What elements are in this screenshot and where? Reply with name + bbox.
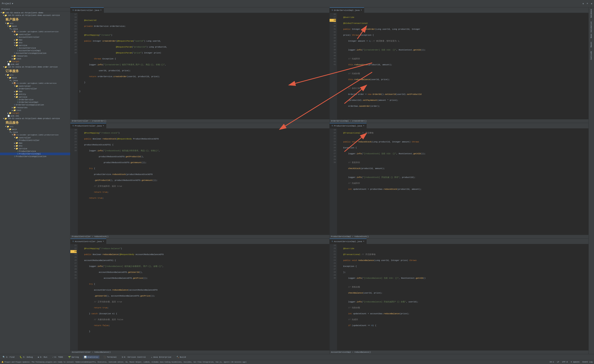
code-content-account-controller[interactable]: 21222324 252627 2829303132 @PostMapping(…	[70, 244, 329, 350]
breadcrumb-account-service-impl: AccountServiceImpl › reduceBalance()	[330, 350, 589, 354]
tree-item-main-account[interactable]: ▼ 📁 main	[0, 25, 70, 27]
tab-icon-g3: G	[73, 125, 74, 127]
tab-icon-g4: G	[332, 125, 333, 127]
breadcrumb-text-psi: ProductServiceImpl › reduceStock()	[331, 236, 369, 238]
tab-close-account-service-impl[interactable]: ×	[363, 240, 364, 242]
tree-item-service-product[interactable]: ▼ 📁 service	[0, 147, 70, 150]
tree-item-product-service[interactable]: ▼ 📁 lab-52-seata-at-httpclient-demo-prod…	[0, 117, 70, 120]
bean-validation-icon[interactable]: Bean Validation	[590, 21, 592, 38]
spring-tab[interactable]: 🌱 Spring	[67, 356, 80, 359]
code-body-order-service-impl[interactable]: @Override @GlobalTransactional public In…	[337, 13, 589, 119]
tree-item-pom-order[interactable]: 📄 pom.xml	[0, 115, 70, 117]
tree-item-pom-account[interactable]: 📄 pom.xml	[0, 63, 70, 66]
tree-item-accountcontroller[interactable]: C AccountController	[0, 36, 70, 39]
tree-item-dto-product[interactable]: ▶ 📁 dto	[0, 144, 70, 147]
settings-icon[interactable]: ⚙	[582, 2, 584, 5]
code-body-account-controller[interactable]: @PostMapping("/reduce-balance") public B…	[78, 244, 329, 350]
tree-item-test-account[interactable]: ▶ 📁 test	[0, 57, 70, 60]
spring-label: Spring	[71, 356, 79, 358]
line-numbers-product-service-impl: 1920212223 24252627 282930	[330, 129, 337, 235]
tree-item-demo[interactable]: ▼ 📁 lab-52-seata-at-httpclient-demo	[0, 11, 70, 14]
database-icon[interactable]: Database	[590, 9, 592, 18]
tree-item-package-order[interactable]: ▼ 📦 cn.iocoder.springboot.lab52.orderser…	[0, 82, 70, 85]
tree-item-dao-product[interactable]: ▶ 📁 dao	[0, 142, 70, 144]
tree-item-target-order[interactable]: ▶ 📁 target	[0, 112, 70, 115]
menu-icon[interactable]: ≡	[587, 2, 588, 5]
tree-item-main-order[interactable]: ▼ 📁 main	[0, 76, 70, 79]
dropdown-arrow[interactable]: ▼	[12, 3, 13, 5]
tree-item-package-product[interactable]: ▼ 📦 cn.iocoder.springboot.lab52.products…	[0, 134, 70, 136]
tree-item-entity-order[interactable]: ▶ 📁 entity	[0, 93, 70, 96]
tree-item-package-account[interactable]: ▼ 📦 cn.iocoder.springboot.lab52.accounts…	[0, 30, 70, 33]
tree-item-productservice[interactable]: I ProductService	[0, 150, 70, 153]
tree-item-controller-account[interactable]: ▶ 📁 controller	[0, 33, 70, 36]
tree-item-src-account[interactable]: ▼ 📁 src	[0, 22, 70, 25]
tab-order-controller[interactable]: G OrderController.java ×	[70, 7, 104, 13]
tab-account-controller[interactable]: G AccountController.java ×	[70, 239, 106, 244]
tree-item-java-account[interactable]: ▼ ☕ java	[0, 27, 70, 30]
code-content-product-controller[interactable]: 19202122 232425 26 @PostMapping("/reduce…	[70, 129, 329, 235]
tree-item-dao-order[interactable]: ▶ 📁 dao	[0, 90, 70, 93]
tree-item-productapp[interactable]: C ProductServiceApplication	[0, 155, 70, 158]
tree-item-resources-account[interactable]: ▶ 📁 resources	[0, 55, 70, 57]
tree-item-accountserviceimpl[interactable]: C AccountServiceImpl	[0, 49, 70, 52]
statistic-tab[interactable]: 📊 Statistic	[83, 356, 99, 359]
tree-item-order-service[interactable]: ▼ 📁 lab-52-seata-at-httpclient-demo-orde…	[0, 66, 70, 68]
tab-close-order-controller[interactable]: ×	[100, 9, 101, 11]
tree-item-java-product[interactable]: ▼ ☕ java	[0, 131, 70, 134]
tab-icon-g2: G	[332, 9, 333, 11]
tree-item-main-product[interactable]: ▼ 📁 main	[0, 128, 70, 131]
code-content-account-service-impl[interactable]: 1920212223 242526 27282930 @Override @Tr…	[330, 244, 589, 350]
tree-item-dao-account[interactable]: ▶ 📁 dao	[0, 39, 70, 41]
code-content-order-controller[interactable]: 1718192021 22232425 2627282930 @Autowire…	[70, 13, 329, 119]
tree-item-controller-order[interactable]: ▼ 📁 controller	[0, 85, 70, 87]
tree-item-src-product[interactable]: ▼ 📁 src	[0, 125, 70, 128]
build-tab[interactable]: 🔨 Build	[175, 356, 187, 359]
tab-close-product-service-impl[interactable]: ×	[363, 125, 364, 127]
maven-icon[interactable]: Maven	[590, 42, 592, 47]
tree-item-orderserviceimpl[interactable]: C OrderServiceImpl	[0, 101, 70, 104]
terminal-tab[interactable]: ⬛ Terminal	[102, 356, 118, 359]
leetcode-icon[interactable]: leetcode	[590, 51, 592, 60]
editor-pane-account-controller: G AccountController.java × 21222324 2526…	[70, 239, 329, 354]
tab-product-controller[interactable]: G ProductController.java ×	[70, 123, 106, 128]
tab-close-product-controller[interactable]: ×	[103, 125, 104, 127]
debug-label: 5: Debug	[23, 356, 33, 358]
run-tab[interactable]: ▶ 6: Run	[37, 356, 48, 359]
tab-product-service-impl[interactable]: G ProductServiceImpl.java ×	[330, 123, 367, 128]
java-enterprise-tab[interactable]: ☕ Java Enterprise	[150, 356, 172, 359]
debug-tab[interactable]: 🐛 5: Debug	[19, 356, 34, 359]
code-body-account-service-impl[interactable]: @Override @Transactional // 开启新事物 public…	[337, 244, 589, 350]
tree-item-account-service[interactable]: ▼ 📁 lab-52-seata-at-httpclient-demo-acco…	[0, 14, 70, 17]
tree-item-service-order[interactable]: ▼ 📁 service	[0, 96, 70, 98]
code-body-order-controller[interactable]: @Autowired private OrderService orderSer…	[78, 13, 329, 119]
tree-item-accountservice[interactable]: I AccountService	[0, 47, 70, 49]
tree-item-productserviceimpl[interactable]: C ProductServiceImpl	[0, 153, 70, 155]
code-body-product-controller[interactable]: @PostMapping("/reduce-stock") public Boo…	[78, 129, 329, 235]
tree-item-accountapp[interactable]: C AccountServiceApplication	[0, 52, 70, 55]
tab-close-account-controller[interactable]: ×	[103, 240, 104, 242]
code-content-product-service-impl[interactable]: 1920212223 24252627 282930 @Transactiona…	[330, 129, 589, 235]
tab-close-order-service-impl[interactable]: ×	[361, 9, 362, 11]
todo-tab[interactable]: ✓ 6: TODO	[51, 356, 64, 359]
tree-item-service-account[interactable]: ▼ 📁 service	[0, 44, 70, 47]
tree-item-dto-account[interactable]: ▶ 📁 dto	[0, 41, 70, 44]
tree-item-productcontroller[interactable]: C ProductController	[0, 139, 70, 142]
tree-item-orderapp[interactable]: C OrderServiceApplication	[0, 104, 70, 106]
tree-item-controller-product[interactable]: ▼ 📁 controller	[0, 136, 70, 139]
tree-item-resources-order[interactable]: ▶ 📁 resources	[0, 106, 70, 109]
tree-item-test-order[interactable]: ▶ 📁 test	[0, 109, 70, 112]
find-tab[interactable]: 🔍 3: Find	[1, 356, 16, 359]
tree-item-target-account[interactable]: ▶ 📁 target	[0, 60, 70, 63]
version-control-tab[interactable]: G 9: Version Control	[121, 356, 147, 359]
event-log[interactable]: Event Log	[582, 361, 593, 363]
tree-item-orderservice[interactable]: I OrderService	[0, 98, 70, 101]
code-body-product-service-impl[interactable]: @Transactional // 开启事物 public void reduc…	[337, 129, 589, 235]
code-content-order-service-impl[interactable]: 2627282930 3132333435 3637383940 414243 …	[330, 13, 589, 119]
tab-account-service-impl[interactable]: G AccountServiceImpl.java ×	[330, 239, 367, 244]
config-icon[interactable]: ⚙	[591, 2, 592, 5]
tree-item-java-order[interactable]: ▼ ☕ java	[0, 79, 70, 82]
tree-item-ordercontroller[interactable]: C OrderController	[0, 87, 70, 90]
tree-item-src-order[interactable]: ▼ 📁 src	[0, 74, 70, 76]
tab-order-service-impl[interactable]: G OrderServiceImpl.java ×	[330, 7, 364, 13]
